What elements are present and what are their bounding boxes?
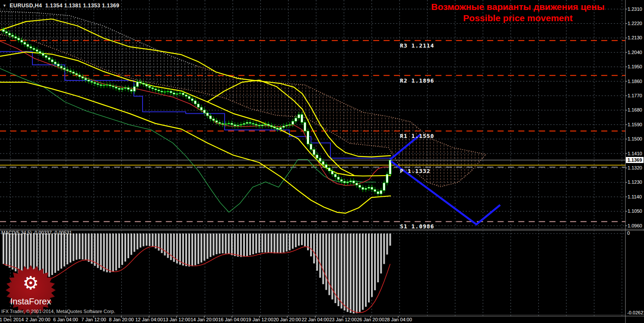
candle-body xyxy=(124,88,127,89)
candle-body xyxy=(203,110,206,113)
candle-body xyxy=(289,125,291,125)
candle-body xyxy=(15,37,17,38)
candle-body xyxy=(9,33,11,35)
candle-body xyxy=(54,62,56,64)
candle-body xyxy=(295,118,297,121)
time-axis-label: 6 Jan 04:00 xyxy=(53,317,78,322)
candle-body xyxy=(12,35,14,36)
price-axis-label: 1.2130 xyxy=(628,35,642,40)
instaforex-logo: ⚙ InstaForex xyxy=(5,265,56,316)
pivot-label-p: P 1.1332 xyxy=(400,168,431,174)
macd-axis-min: -0.02621 xyxy=(627,310,644,315)
time-axis-label: 8 Jan 20:00 xyxy=(109,317,134,322)
candle-body xyxy=(273,127,276,128)
pivot-label-r1: R1 1.1550 xyxy=(400,133,434,139)
annotation-line-ru: Возможные варианты движения цены xyxy=(422,1,613,13)
candle-body xyxy=(194,101,197,104)
candle-body xyxy=(140,82,142,83)
candle-body xyxy=(158,90,160,91)
candle-body xyxy=(146,84,148,86)
candle-body xyxy=(313,150,315,155)
candle-body xyxy=(167,91,169,92)
candle-body xyxy=(374,189,376,192)
time-axis-label: 22 Jan 04:00 xyxy=(301,317,329,322)
candle-body xyxy=(383,183,385,190)
candle-body xyxy=(349,181,352,182)
candle-body xyxy=(60,66,62,68)
candle-body xyxy=(380,190,382,194)
candle-body xyxy=(200,107,203,110)
candle-body xyxy=(88,80,90,81)
candle-body xyxy=(264,124,266,125)
candle-body xyxy=(48,58,50,60)
candle-body xyxy=(279,128,282,129)
candle-body xyxy=(213,119,215,121)
candle-body xyxy=(216,121,218,122)
logo-brand-text: InstaForex xyxy=(10,297,51,306)
candle-body xyxy=(94,83,96,84)
price-chart-canvas[interactable] xyxy=(0,0,644,323)
ohlc-values: 1.1354 1.1381 1.1353 1.1369 xyxy=(45,3,119,9)
pivot-label-s1: S1 1.0986 xyxy=(400,223,434,230)
macd-axis-zero: 0 xyxy=(627,230,630,236)
candle-body xyxy=(76,74,78,75)
candle-body xyxy=(130,90,133,91)
candle-body xyxy=(27,45,29,47)
symbol-header: ▼EURUSD,H4 1.1354 1.1381 1.1353 1.1369 xyxy=(3,3,119,9)
candle-body xyxy=(304,122,306,131)
candle-body xyxy=(185,95,187,96)
candle-body xyxy=(21,40,23,42)
candle-body xyxy=(331,171,333,174)
candle-body xyxy=(30,47,32,48)
candle-body xyxy=(6,32,8,33)
price-axis-label: 1.1410 xyxy=(628,151,642,156)
price-axis-label: 1.1770 xyxy=(628,93,642,98)
candle-body xyxy=(155,89,157,90)
annotation-line-en: Possible price movement xyxy=(422,13,613,24)
candle-body xyxy=(219,122,221,124)
candle-body xyxy=(73,72,75,74)
candle-body xyxy=(82,77,84,78)
price-axis-label: 1.1320 xyxy=(628,165,642,170)
time-axis-label: 20 Jan 20:00 xyxy=(273,317,301,322)
candle-body xyxy=(209,116,212,119)
time-axis-label: 12 Jan 04:00 xyxy=(135,317,163,322)
candle-body xyxy=(206,113,209,116)
candle-body xyxy=(121,89,123,90)
time-axis-label: 19 Jan 12:00 xyxy=(246,317,273,322)
price-axis-label: 1.2310 xyxy=(628,6,642,12)
candle-body xyxy=(36,50,38,51)
candle-body xyxy=(118,88,120,90)
candle-body xyxy=(267,124,270,125)
candle-body xyxy=(249,122,251,123)
candle-body xyxy=(307,131,309,144)
candle-body xyxy=(161,91,163,92)
candle-body xyxy=(188,96,190,99)
candle-body xyxy=(377,192,379,194)
chevron-down-icon[interactable]: ▼ xyxy=(3,3,6,8)
candle-body xyxy=(85,78,87,80)
price-axis-label: 1.1050 xyxy=(628,208,642,214)
gear-icon: ⚙ xyxy=(22,272,39,294)
current-price-badge: 1.1369 xyxy=(626,157,644,163)
candle-body xyxy=(325,165,327,168)
candle-body xyxy=(352,181,355,183)
candle-body xyxy=(67,70,69,71)
candle-body xyxy=(197,104,200,107)
macd-indicator-label: MACD(5,34,5) -0.00337 -0.00531 xyxy=(1,230,72,235)
time-axis-label: 7 Jan 12:00 xyxy=(81,317,106,322)
candle-body xyxy=(70,71,72,72)
candle-body xyxy=(322,161,324,164)
candle-body xyxy=(343,181,346,183)
candle-body xyxy=(243,124,245,125)
time-axis-label: 2 Jan 20:00 xyxy=(25,317,51,322)
candle-body xyxy=(246,122,248,124)
candle-body xyxy=(106,85,108,85)
price-axis-label: 1.2040 xyxy=(628,50,642,55)
pane-separator xyxy=(0,229,644,230)
candle-body xyxy=(51,60,53,62)
pivot-label-r2: R2 1.1896 xyxy=(400,77,434,84)
candle-body xyxy=(386,174,388,183)
candle-body xyxy=(334,174,336,177)
candle-body xyxy=(225,124,227,125)
